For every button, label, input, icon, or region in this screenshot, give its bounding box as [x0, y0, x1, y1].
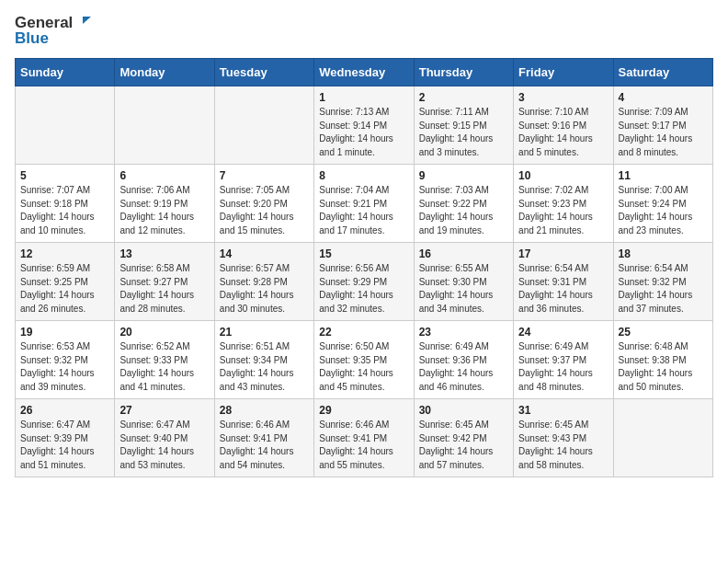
calendar-cell: 24Sunrise: 6:49 AM Sunset: 9:37 PM Dayli…: [514, 321, 613, 399]
day-number: 18: [619, 247, 708, 260]
cell-info: Sunrise: 6:54 AM Sunset: 9:32 PM Dayligh…: [619, 262, 708, 316]
cell-info: Sunrise: 6:59 AM Sunset: 9:25 PM Dayligh…: [20, 262, 109, 316]
cell-info: Sunrise: 7:09 AM Sunset: 9:17 PM Dayligh…: [619, 106, 708, 159]
calendar-cell: 22Sunrise: 6:50 AM Sunset: 9:35 PM Dayli…: [314, 321, 414, 399]
calendar-table: SundayMondayTuesdayWednesdayThursdayFrid…: [15, 58, 713, 477]
day-number: 29: [319, 404, 408, 417]
calendar-cell: 20Sunrise: 6:52 AM Sunset: 9:33 PM Dayli…: [115, 321, 214, 399]
day-number: 9: [419, 169, 508, 182]
calendar-cell: 16Sunrise: 6:55 AM Sunset: 9:30 PM Dayli…: [414, 243, 513, 321]
calendar-cell: 1Sunrise: 7:13 AM Sunset: 9:14 PM Daylig…: [314, 86, 414, 165]
calendar-cell: 28Sunrise: 6:46 AM Sunset: 9:41 PM Dayli…: [214, 399, 313, 477]
cell-info: Sunrise: 6:56 AM Sunset: 9:29 PM Dayligh…: [319, 262, 408, 316]
cell-info: Sunrise: 6:49 AM Sunset: 9:37 PM Dayligh…: [518, 340, 608, 394]
week-row-4: 19Sunrise: 6:53 AM Sunset: 9:32 PM Dayli…: [16, 321, 713, 399]
day-number: 13: [119, 247, 209, 260]
day-number: 17: [518, 247, 608, 260]
cell-info: Sunrise: 6:46 AM Sunset: 9:41 PM Dayligh…: [319, 419, 408, 472]
week-row-3: 12Sunrise: 6:59 AM Sunset: 9:25 PM Dayli…: [16, 243, 713, 321]
calendar-body: 1Sunrise: 7:13 AM Sunset: 9:14 PM Daylig…: [16, 86, 713, 477]
day-number: 12: [20, 247, 109, 260]
logo: General Blue: [15, 15, 91, 47]
week-row-1: 1Sunrise: 7:13 AM Sunset: 9:14 PM Daylig…: [16, 86, 713, 165]
calendar-cell: 26Sunrise: 6:47 AM Sunset: 9:39 PM Dayli…: [16, 399, 115, 477]
day-number: 14: [220, 247, 309, 260]
svg-marker-0: [83, 17, 91, 24]
calendar-cell: 18Sunrise: 6:54 AM Sunset: 9:32 PM Dayli…: [613, 243, 712, 321]
day-number: 7: [220, 169, 309, 182]
col-header-thursday: Thursday: [414, 59, 513, 86]
calendar-cell: [115, 86, 214, 165]
calendar-cell: [613, 399, 712, 477]
cell-info: Sunrise: 6:48 AM Sunset: 9:38 PM Dayligh…: [619, 340, 708, 394]
day-number: 1: [319, 91, 408, 104]
calendar-cell: 4Sunrise: 7:09 AM Sunset: 9:17 PM Daylig…: [613, 86, 712, 165]
day-number: 10: [518, 169, 608, 182]
calendar-cell: 17Sunrise: 6:54 AM Sunset: 9:31 PM Dayli…: [514, 243, 613, 321]
day-number: 3: [518, 91, 608, 104]
col-header-saturday: Saturday: [613, 59, 712, 86]
cell-info: Sunrise: 7:03 AM Sunset: 9:22 PM Dayligh…: [419, 184, 508, 237]
cell-info: Sunrise: 6:47 AM Sunset: 9:40 PM Dayligh…: [119, 419, 209, 472]
calendar-header: SundayMondayTuesdayWednesdayThursdayFrid…: [16, 59, 713, 86]
week-row-5: 26Sunrise: 6:47 AM Sunset: 9:39 PM Dayli…: [16, 399, 713, 477]
cell-info: Sunrise: 7:02 AM Sunset: 9:23 PM Dayligh…: [518, 184, 608, 237]
day-number: 15: [319, 247, 408, 260]
calendar-cell: 13Sunrise: 6:58 AM Sunset: 9:27 PM Dayli…: [115, 243, 214, 321]
cell-info: Sunrise: 6:46 AM Sunset: 9:41 PM Dayligh…: [220, 419, 309, 472]
day-number: 6: [119, 169, 209, 182]
calendar-cell: 9Sunrise: 7:03 AM Sunset: 9:22 PM Daylig…: [414, 165, 513, 243]
calendar-cell: 2Sunrise: 7:11 AM Sunset: 9:15 PM Daylig…: [414, 86, 513, 165]
col-header-sunday: Sunday: [16, 59, 115, 86]
week-row-2: 5Sunrise: 7:07 AM Sunset: 9:18 PM Daylig…: [16, 165, 713, 243]
calendar-cell: [16, 86, 115, 165]
calendar-cell: 29Sunrise: 6:46 AM Sunset: 9:41 PM Dayli…: [314, 399, 414, 477]
day-number: 28: [220, 404, 309, 417]
day-number: 2: [419, 91, 508, 104]
cell-info: Sunrise: 6:57 AM Sunset: 9:28 PM Dayligh…: [220, 262, 309, 316]
cell-info: Sunrise: 7:11 AM Sunset: 9:15 PM Dayligh…: [419, 106, 508, 159]
day-number: 20: [119, 326, 209, 339]
calendar-cell: 27Sunrise: 6:47 AM Sunset: 9:40 PM Dayli…: [115, 399, 214, 477]
cell-info: Sunrise: 7:00 AM Sunset: 9:24 PM Dayligh…: [619, 184, 708, 237]
cell-info: Sunrise: 7:05 AM Sunset: 9:20 PM Dayligh…: [220, 184, 309, 237]
calendar-cell: 11Sunrise: 7:00 AM Sunset: 9:24 PM Dayli…: [613, 165, 712, 243]
day-number: 31: [518, 404, 608, 417]
calendar-cell: 7Sunrise: 7:05 AM Sunset: 9:20 PM Daylig…: [214, 165, 313, 243]
day-number: 22: [319, 326, 408, 339]
calendar-cell: 3Sunrise: 7:10 AM Sunset: 9:16 PM Daylig…: [514, 86, 613, 165]
cell-info: Sunrise: 7:13 AM Sunset: 9:14 PM Dayligh…: [319, 106, 408, 159]
day-number: 30: [419, 404, 508, 417]
cell-info: Sunrise: 6:45 AM Sunset: 9:42 PM Dayligh…: [419, 419, 508, 472]
col-header-wednesday: Wednesday: [314, 59, 414, 86]
day-number: 23: [419, 326, 508, 339]
cell-info: Sunrise: 6:52 AM Sunset: 9:33 PM Dayligh…: [119, 340, 209, 394]
cell-info: Sunrise: 6:53 AM Sunset: 9:32 PM Dayligh…: [20, 340, 109, 394]
day-number: 27: [119, 404, 209, 417]
day-number: 11: [619, 169, 708, 182]
cell-info: Sunrise: 6:49 AM Sunset: 9:36 PM Dayligh…: [419, 340, 508, 394]
cell-info: Sunrise: 7:10 AM Sunset: 9:16 PM Dayligh…: [518, 106, 608, 159]
cell-info: Sunrise: 6:55 AM Sunset: 9:30 PM Dayligh…: [419, 262, 508, 316]
header-row: SundayMondayTuesdayWednesdayThursdayFrid…: [16, 59, 713, 86]
page-header: General Blue: [15, 15, 713, 47]
col-header-friday: Friday: [514, 59, 613, 86]
calendar-cell: 8Sunrise: 7:04 AM Sunset: 9:21 PM Daylig…: [314, 165, 414, 243]
cell-info: Sunrise: 7:07 AM Sunset: 9:18 PM Dayligh…: [20, 184, 109, 237]
day-number: 16: [419, 247, 508, 260]
cell-info: Sunrise: 6:45 AM Sunset: 9:43 PM Dayligh…: [518, 419, 608, 472]
calendar-cell: 19Sunrise: 6:53 AM Sunset: 9:32 PM Dayli…: [16, 321, 115, 399]
day-number: 26: [20, 404, 109, 417]
cell-info: Sunrise: 7:06 AM Sunset: 9:19 PM Dayligh…: [119, 184, 209, 237]
day-number: 5: [20, 169, 109, 182]
calendar-cell: 10Sunrise: 7:02 AM Sunset: 9:23 PM Dayli…: [514, 165, 613, 243]
calendar-cell: 15Sunrise: 6:56 AM Sunset: 9:29 PM Dayli…: [314, 243, 414, 321]
day-number: 8: [319, 169, 408, 182]
day-number: 24: [518, 326, 608, 339]
day-number: 19: [20, 326, 109, 339]
calendar-cell: 14Sunrise: 6:57 AM Sunset: 9:28 PM Dayli…: [214, 243, 313, 321]
calendar-cell: 12Sunrise: 6:59 AM Sunset: 9:25 PM Dayli…: [16, 243, 115, 321]
day-number: 4: [619, 91, 708, 104]
calendar-cell: 31Sunrise: 6:45 AM Sunset: 9:43 PM Dayli…: [514, 399, 613, 477]
cell-info: Sunrise: 6:50 AM Sunset: 9:35 PM Dayligh…: [319, 340, 408, 394]
